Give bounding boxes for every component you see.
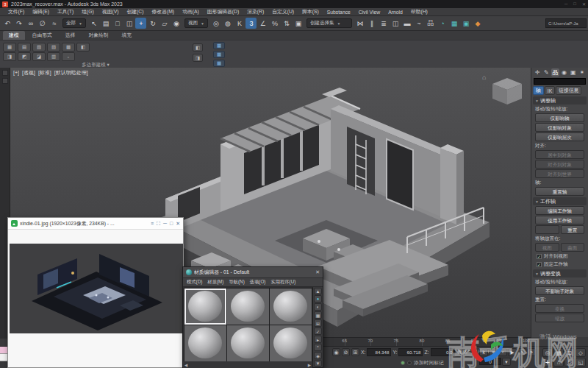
viewer-minimize-icon[interactable]: ─ (163, 221, 167, 227)
scroll-right-icon[interactable]: ▶ (306, 363, 312, 367)
material-editor-menu-item[interactable]: 模式(D) (187, 279, 202, 286)
play-icon[interactable]: ▶ (508, 348, 517, 356)
window-crossing-icon[interactable]: ◫ (123, 18, 135, 29)
video-color-check-icon[interactable]: ✓ (314, 328, 322, 335)
add-time-tag[interactable]: 添加时间标记 (414, 359, 444, 367)
rendered-image[interactable] (10, 244, 183, 333)
unlink-icon[interactable]: ∅ (37, 18, 49, 29)
auto-key-toggle[interactable] (401, 361, 405, 365)
material-editor-hscroll[interactable]: ◀ ▶ (183, 361, 312, 368)
rect-region-icon[interactable]: □ (112, 18, 123, 29)
selection-filter-dropdown[interactable]: 全部▼ (62, 18, 86, 28)
zoom-all-icon[interactable]: ▦ (553, 348, 564, 357)
viewer-maximize-icon[interactable]: □ (170, 221, 173, 227)
keyboard-override-icon[interactable]: K (234, 18, 245, 29)
menu-item[interactable]: 图形编辑器(D) (204, 8, 243, 15)
menu-item[interactable]: 渲染(R) (243, 8, 268, 15)
viewport-camera-label[interactable]: [透视] (22, 70, 35, 75)
maximize-viewport-icon[interactable]: ◱ (576, 358, 586, 367)
menu-item[interactable]: 帮助(H) (407, 8, 431, 15)
scene-explorer-icon[interactable]: ◫ (390, 18, 401, 29)
viewport-style-label[interactable]: [标准] (38, 70, 51, 75)
ribbon-mini1-icon[interactable]: ◧ (193, 43, 203, 52)
use-working-pivot-button[interactable]: 使用工作轴 (535, 216, 584, 224)
sample-tiling-icon[interactable]: ⊞ (314, 319, 322, 327)
menu-item[interactable]: 创建(C) (123, 8, 148, 15)
z-coordinate-field[interactable]: 0.0 (431, 348, 455, 356)
menu-item[interactable]: 动画(A) (179, 8, 203, 15)
prev-frame-icon[interactable]: ‹ (498, 348, 507, 356)
menu-item[interactable]: 文件(F) (4, 8, 28, 15)
utilities-tab-icon[interactable]: ✶ (578, 68, 586, 77)
ribbon-blue2-icon[interactable]: ▦ (213, 51, 225, 58)
viewport-label[interactable]: [+][透视][标准][默认明暗处理] (13, 69, 91, 77)
select-scale-icon[interactable]: ▱ (159, 18, 170, 29)
rollout-adjust-pivot[interactable]: ▼调整轴 (533, 96, 587, 105)
select-rotate-icon[interactable]: ↻ (147, 18, 158, 29)
material-editor-icon[interactable]: ◔ (437, 18, 448, 29)
material-editor-titlebar[interactable]: 材质编辑器 - 01 - Default ✕ (183, 267, 323, 278)
motion-tab-icon[interactable]: ◉ (560, 68, 568, 77)
dont-affect-children-button[interactable]: 不影响子对象 (535, 286, 584, 295)
viewport-layout-tab-icon[interactable] (2, 78, 8, 84)
ribbon-toggle-icon[interactable]: ▬ (401, 18, 412, 29)
image-viewer-window[interactable]: xindie-01.jpg (1920×1023像素, 234KB) - ...… (7, 217, 184, 368)
spinner-snap-icon[interactable]: ⇅ (281, 18, 292, 29)
menu-item[interactable]: 脚本(S) (298, 8, 323, 15)
percent-snap-icon[interactable]: % (269, 18, 280, 29)
rollout-working-pivot[interactable]: ▼工作轴 (533, 197, 587, 205)
menu-item[interactable]: 视图(V) (98, 8, 123, 15)
backlight-icon[interactable]: ◐ (314, 303, 322, 311)
select-by-material-icon[interactable]: ◈ (314, 352, 322, 359)
poly-tool2-icon[interactable]: ◩ (18, 52, 31, 61)
curve-editor-icon[interactable]: ~ (413, 18, 424, 29)
align-to-object-button[interactable]: 对齐到对象 (535, 160, 584, 169)
viewer-close-icon[interactable]: ✕ (176, 221, 180, 227)
hierarchy-subtab[interactable]: 轴 (533, 86, 544, 95)
use-center-icon[interactable]: ◎ (210, 18, 221, 29)
angle-snap-icon[interactable]: ∠ (257, 18, 268, 29)
window-control-button[interactable]: ✕ (582, 1, 586, 7)
rendered-frame-icon[interactable]: ▣ (460, 18, 471, 29)
orbit-icon[interactable]: ↻ (564, 358, 575, 367)
select-by-name-icon[interactable]: ▤ (100, 18, 111, 29)
align-to-view-checkbox[interactable]: ✓ 对齐到视图 (537, 253, 583, 260)
named-selection-set-dropdown[interactable]: 创建选择集▼ (306, 18, 352, 28)
poly-tool1-icon[interactable]: ◨ (3, 52, 16, 61)
align-to-world-button[interactable]: 对齐到世界 (535, 169, 584, 178)
affect-object-only-button[interactable]: 仅影响对象 (535, 123, 584, 132)
reference-coordinate-dropdown[interactable]: 视图▼ (184, 18, 208, 28)
material-slot[interactable] (270, 325, 312, 361)
place-pivot-view-button[interactable]: 视图 (535, 243, 559, 252)
edit-working-pivot-button[interactable]: 编辑工作轴 (535, 206, 584, 215)
select-link-icon[interactable]: ∞ (26, 18, 37, 29)
align-icon[interactable]: ∥ (366, 18, 377, 29)
affect-pivot-only-button[interactable]: 仅影响轴 (535, 113, 584, 122)
redo-icon[interactable]: ↷ (14, 18, 25, 29)
object-name-field[interactable] (534, 78, 586, 85)
material-editor-menu-item[interactable]: 导航(N) (229, 279, 244, 286)
hierarchy-subtab[interactable]: IK (545, 86, 555, 95)
undo-icon[interactable]: ↶ (2, 18, 13, 29)
rollout-adjust-transform[interactable]: ▼调整变换 (533, 269, 587, 277)
walk-icon[interactable]: ⌂ (553, 358, 564, 367)
viewer-menu-icon[interactable]: ≡ (151, 221, 154, 227)
poly-face-icon[interactable]: ▨ (47, 43, 60, 52)
scroll-down-icon[interactable]: ▼ (314, 360, 322, 367)
lock-working-pivot-checkbox[interactable]: ✓ 固定工作轴 (537, 261, 583, 268)
window-control-button[interactable]: □ (573, 1, 576, 7)
poly-edge-icon[interactable]: ▤ (18, 43, 31, 52)
viewport-layout-tab-icon[interactable] (2, 70, 8, 76)
close-icon[interactable]: ✕ (315, 269, 320, 275)
hierarchy-tab-icon[interactable]: 品 (551, 68, 559, 77)
background-icon[interactable]: ▦ (314, 311, 322, 319)
working-pivot-reset-button[interactable]: 重置 (561, 225, 585, 234)
ribbon-mini2-icon[interactable]: ◨ (193, 54, 203, 62)
go-start-icon[interactable]: « (489, 348, 498, 356)
select-object-icon[interactable]: ↖ (88, 18, 99, 29)
transform-type-in-icon[interactable]: ⊞ (351, 348, 359, 356)
material-editor-menu-item[interactable]: 材质(M) (207, 279, 223, 286)
go-end-icon[interactable]: » (527, 348, 536, 356)
material-slot[interactable] (184, 325, 226, 361)
render-icon[interactable]: ◆ (472, 18, 483, 29)
